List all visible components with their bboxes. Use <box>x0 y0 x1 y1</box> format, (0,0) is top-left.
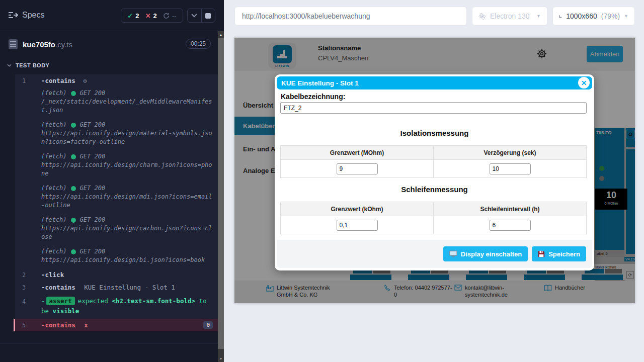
status-dot-icon <box>71 249 76 254</box>
stat-passed: ✓2 <box>127 12 139 20</box>
browser-select[interactable]: Electron 130 ▼ <box>472 7 547 26</box>
ruler-icon <box>559 13 562 20</box>
check-icon: ✓ <box>127 12 133 20</box>
status-dot-icon <box>71 186 76 191</box>
modal-title: KUE Einstellung - Slot 1 <box>277 79 359 87</box>
fetch-log-entry: (fetch)GET 200 /_next/static/development… <box>15 87 218 119</box>
stop-icon <box>205 13 211 19</box>
command-log: 1 -contains ⚙ (fetch)GET 200 /_next/stat… <box>15 74 218 331</box>
fetch-log-entry: (fetch)GET 200 https://api.iconify.desig… <box>15 150 218 182</box>
scroll-down-arrow[interactable]: ▼ <box>218 355 224 362</box>
scroll-up-arrow[interactable]: ▲ <box>218 31 224 38</box>
status-dot-icon <box>71 218 76 223</box>
loop-col2-header: Schleifenintervall (h) <box>433 202 586 216</box>
monitor-icon <box>449 250 457 257</box>
isolationsmessung-table: Grenzwert (MOhm) Verzögerung (sek) <box>280 145 587 178</box>
status-dot-icon <box>71 91 76 96</box>
kabelbezeichnung-input[interactable] <box>280 102 587 114</box>
runner-controls <box>187 9 215 23</box>
modal-header: KUE Einstellung - Slot 1 ✕ <box>277 76 592 89</box>
url-bar[interactable] <box>234 7 467 26</box>
chevron-down-icon <box>7 64 12 67</box>
isolationsmessung-heading: Isolationsmessung <box>275 129 594 137</box>
test-body-toggle[interactable]: TEST BODY <box>7 62 49 68</box>
reporter-header: Specs ✓2 ✕2 -- <box>0 0 218 31</box>
stat-failed: ✕2 <box>145 12 157 20</box>
kue-settings-modal: KUE Einstellung - Slot 1 ✕ Kabelbezeichn… <box>275 74 594 270</box>
electron-icon <box>478 13 486 20</box>
grenzwert-kohm-input[interactable] <box>337 220 378 231</box>
command-contains-3[interactable]: 3 -contains KUE Einstellung - Slot 1 <box>15 281 218 294</box>
specs-menu-icon[interactable] <box>8 11 18 21</box>
chevron-down-icon: ▼ <box>536 14 541 19</box>
viewport-select[interactable]: 1000x660 (79%) ▼ <box>552 7 635 26</box>
aut-panel: Electron 130 ▼ 1000x660 (79%) ▼ LITTWIN … <box>224 0 644 362</box>
spec-file-icon <box>9 39 18 49</box>
command-assert[interactable]: 4 -assertexpected <h2.text-sm.font-bold>… <box>15 294 218 319</box>
display-einschalten-button[interactable]: Display einschalten <box>443 246 528 261</box>
gear-icon: ⚙ <box>83 77 87 84</box>
status-dot-icon <box>71 154 76 159</box>
stat-pending: -- <box>163 12 177 20</box>
fetch-log-entry: (fetch)GET 200 https://api.iconify.desig… <box>15 214 218 245</box>
assert-badge: assert <box>46 297 75 305</box>
loop-col1-header: Grenzwert (kOhm) <box>281 202 433 216</box>
chevron-down-icon: ▼ <box>624 14 628 19</box>
spec-duration-badge: 00:25 <box>186 39 211 49</box>
schleifenmessung-heading: Schleifenmessung <box>275 185 594 194</box>
fetch-log-entry: (fetch)GET 200 https://api.iconify.desig… <box>15 119 218 150</box>
reporter-scrollbar[interactable]: ▲ ▼ <box>218 31 224 362</box>
refresh-icon <box>163 13 170 19</box>
stop-button[interactable] <box>201 9 215 22</box>
speichern-button[interactable]: Speichern <box>532 246 586 261</box>
cypress-reporter: Specs ✓2 ✕2 -- kue705fo.cy.ts 00:25 TEST… <box>0 0 224 362</box>
match-count-badge: 0 <box>203 321 213 329</box>
status-dot-icon <box>71 123 76 128</box>
fetch-log-entry: (fetch)GET 200 https://api.iconify.desig… <box>15 245 218 268</box>
iso-col1-header: Grenzwert (MOhm) <box>281 146 433 159</box>
modal-footer: Display einschalten Speichern <box>277 240 592 268</box>
fail-x-icon: x <box>84 321 88 329</box>
spec-file-row[interactable]: kue705fo.cy.ts 00:25 <box>0 31 218 57</box>
log-divider <box>0 343 218 343</box>
save-floppy-icon <box>538 250 545 257</box>
schleifenintervall-input[interactable] <box>490 220 531 231</box>
close-icon[interactable]: ✕ <box>578 77 590 88</box>
iso-col2-header: Verzögerung (sek) <box>433 146 586 159</box>
command-contains-1[interactable]: 1 -contains ⚙ <box>15 74 218 87</box>
x-icon: ✕ <box>145 12 151 20</box>
command-contains-failed[interactable]: 5 -contains x 0 <box>14 319 218 331</box>
collapse-button[interactable] <box>188 9 201 22</box>
scrollbar-thumb[interactable] <box>218 38 224 349</box>
specs-title: Specs <box>22 11 44 20</box>
verzoegerung-sek-input[interactable] <box>490 163 531 174</box>
spec-file-name: kue705fo.cy.ts <box>23 40 72 49</box>
fetch-log-entry: (fetch)GET 200 https://api.iconify.desig… <box>15 182 218 214</box>
grenzwert-mohm-input[interactable] <box>337 163 378 174</box>
app-viewport: LITTWIN Stationsname CPLV4_Maschen Abmel… <box>234 38 635 303</box>
chevron-down-icon <box>191 14 197 18</box>
schleifenmessung-table: Grenzwert (kOhm) Schleifenintervall (h) <box>280 202 587 234</box>
test-stats: ✓2 ✕2 -- <box>121 9 183 23</box>
command-click[interactable]: 2 -click <box>15 268 218 281</box>
kabelbezeichnung-label: Kabelbezeichnung: <box>281 93 345 101</box>
